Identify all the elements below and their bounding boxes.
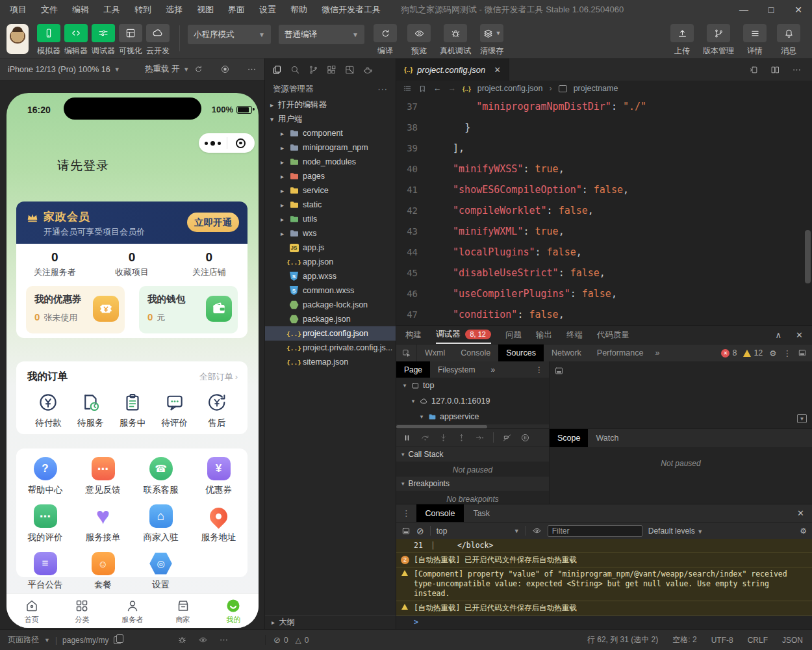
step-icon[interactable] <box>475 433 485 443</box>
devtools-tab-Wxml[interactable]: Wxml <box>417 344 453 361</box>
toolbar-云开发[interactable]: 云开发 <box>144 24 171 57</box>
more-tabs-icon[interactable]: » <box>483 361 503 378</box>
tree-item[interactable]: JSapp.js <box>265 240 396 255</box>
tree-item[interactable]: ▸service <box>265 183 396 198</box>
settings-gear-icon[interactable]: ⚙ <box>769 348 776 358</box>
tab-console[interactable]: Console <box>416 504 464 522</box>
kebab-menu-icon[interactable]: ⋮ <box>396 504 416 522</box>
menu-item[interactable]: 选择 <box>159 0 190 20</box>
code-line[interactable]: 45 "disableUseStrict": false, <box>396 263 812 283</box>
menu-item[interactable]: 转到 <box>127 0 159 20</box>
page-path-label[interactable]: 页面路径 <box>8 634 39 645</box>
stat-item[interactable]: 0关注店铺 <box>170 249 247 278</box>
show-sidebar-icon[interactable] <box>401 526 411 536</box>
restart-icon[interactable] <box>194 64 203 74</box>
code-line[interactable]: 39 ], <box>396 138 812 159</box>
tree-item[interactable]: {..}project.private.config.js... <box>265 341 396 355</box>
code-editor[interactable]: 37 "miniprogramNpmDistDir": "./" 38 } 39… <box>396 96 812 325</box>
eol-setting[interactable]: CRLF <box>748 636 768 645</box>
language-mode[interactable]: JSON <box>782 636 803 645</box>
service-联系客服[interactable]: ☎ 联系客服 <box>132 457 190 496</box>
menu-item[interactable]: 工具 <box>96 0 127 20</box>
outline-section[interactable]: ▸大纲 <box>265 615 396 629</box>
toolbar-模拟器[interactable]: 模拟器 <box>35 24 62 57</box>
menu-item[interactable]: 编辑 <box>65 0 96 20</box>
breadcrumb-file[interactable]: project.config.json <box>477 84 543 93</box>
sources-tree-item[interactable]: ▾top <box>396 378 549 393</box>
stop-icon[interactable] <box>220 64 230 74</box>
window-icon[interactable] <box>344 64 355 75</box>
tab-watch[interactable]: Watch <box>588 429 626 447</box>
close-tab-icon[interactable]: ✕ <box>494 65 501 75</box>
code-line[interactable]: 46 "useCompilerPlugins": false, <box>396 283 812 304</box>
purse-coupon[interactable]: 我的优惠券 0张未使用 <box>26 286 125 333</box>
user-avatar[interactable] <box>6 24 29 54</box>
service-服务地址[interactable]: 服务地址 <box>190 504 247 543</box>
close-drawer-icon[interactable]: ✕ <box>797 504 812 522</box>
teapot-icon[interactable] <box>362 64 374 75</box>
toolbar-调试器[interactable]: 调试器 <box>90 24 117 57</box>
mode-select[interactable]: 小程序模式▼ <box>188 25 271 44</box>
stat-item[interactable]: 0关注服务者 <box>16 249 94 278</box>
tab-task[interactable]: Task <box>464 504 499 522</box>
code-line[interactable]: 40 "minifyWXSS": true, <box>396 159 812 179</box>
console-source-line[interactable]: 21|</block> <box>396 539 812 553</box>
service-帮助中心[interactable]: ? 帮助中心 <box>16 457 74 496</box>
step-out-icon[interactable] <box>457 433 466 443</box>
tab-首页[interactable]: 首页 <box>6 598 57 625</box>
menu-item[interactable]: 帮助 <box>283 0 314 20</box>
tree-item[interactable]: ▸打开的编辑器 <box>265 98 396 112</box>
show-navigator-icon[interactable] <box>554 365 564 376</box>
action-真机调试[interactable]: 真机调试 <box>440 24 471 57</box>
clear-console-icon[interactable]: ⊘ <box>416 526 424 536</box>
console-warning[interactable]: [自动热重载] 已开启代码文件保存后自动热重载 <box>396 601 812 616</box>
encoding[interactable]: UTF-8 <box>711 636 733 645</box>
service-设置[interactable]: ◎ 设置 <box>132 552 190 591</box>
menu-item[interactable]: 界面 <box>221 0 252 20</box>
tree-item[interactable]: ▸static <box>265 198 396 212</box>
settings-gear-icon[interactable]: ⚙ <box>800 526 807 536</box>
nav-forward-icon[interactable]: → <box>448 84 457 93</box>
open-preview-icon[interactable] <box>749 65 759 75</box>
tree-item[interactable]: ▾用户端 <box>265 112 396 126</box>
tree-item[interactable]: Scommon.wxss <box>265 283 396 298</box>
tree-item[interactable]: ▸pages <box>265 169 396 183</box>
panel-tab-代码质量[interactable]: 代码质量 <box>597 326 629 344</box>
error-count[interactable]: ✕8 <box>721 348 737 358</box>
pause-on-exceptions-icon[interactable] <box>520 433 530 443</box>
panel-tab-构建[interactable]: 构建 <box>405 326 422 344</box>
context-select[interactable]: top▼ <box>437 526 520 536</box>
toolbar-可视化[interactable]: 可视化 <box>117 24 144 57</box>
devtools-tab-Console[interactable]: Console <box>453 344 498 361</box>
toolbar-编辑器[interactable]: 编辑器 <box>62 24 90 57</box>
tree-item[interactable]: ▸miniprogram_npm <box>265 140 396 155</box>
device-select[interactable]: iPhone 12/13 (Pro) 100% 16 <box>8 65 110 74</box>
close-panel-icon[interactable]: ✕ <box>796 330 803 340</box>
tab-scope[interactable]: Scope <box>550 429 588 447</box>
action-版本管理[interactable]: 版本管理 <box>703 24 734 57</box>
editor-scrollbar[interactable] <box>805 230 811 283</box>
tab-我的[interactable]: 我的 <box>208 598 259 625</box>
page-path-value[interactable]: pages/my/my <box>62 636 108 645</box>
open-member-button[interactable]: 立即开通 <box>187 213 239 232</box>
tab-服务者[interactable]: 服务者 <box>107 598 158 625</box>
tab-filesystem[interactable]: Filesystem <box>430 361 483 378</box>
call-stack-header[interactable]: ▾Call Stack <box>396 447 549 462</box>
service-意见反馈[interactable]: ⋯ 意见反馈 <box>74 457 132 496</box>
breakpoints-header[interactable]: ▾Breakpoints <box>396 476 549 491</box>
maximize-button[interactable]: □ <box>760 5 782 15</box>
more-tabs-icon[interactable]: » <box>651 344 663 361</box>
indent-setting[interactable]: 空格: 2 <box>672 634 696 645</box>
code-line[interactable]: 44 "localPlugins": false, <box>396 242 812 263</box>
order-status-待服务[interactable]: 待服务 <box>70 391 112 429</box>
menu-item[interactable]: 微信开发者工具 <box>314 0 388 20</box>
source-control-icon[interactable] <box>308 64 319 75</box>
console-prompt[interactable]: > <box>396 616 812 629</box>
more-icon[interactable] <box>219 635 229 645</box>
breadcrumb-node[interactable]: projectname <box>574 84 618 93</box>
tab-分类[interactable]: 分类 <box>57 598 108 625</box>
expand-icon[interactable]: ▼ <box>797 414 807 423</box>
minimize-button[interactable]: — <box>733 5 755 15</box>
extensions-icon[interactable] <box>326 64 337 75</box>
action-详情[interactable]: 详情 <box>742 24 768 57</box>
